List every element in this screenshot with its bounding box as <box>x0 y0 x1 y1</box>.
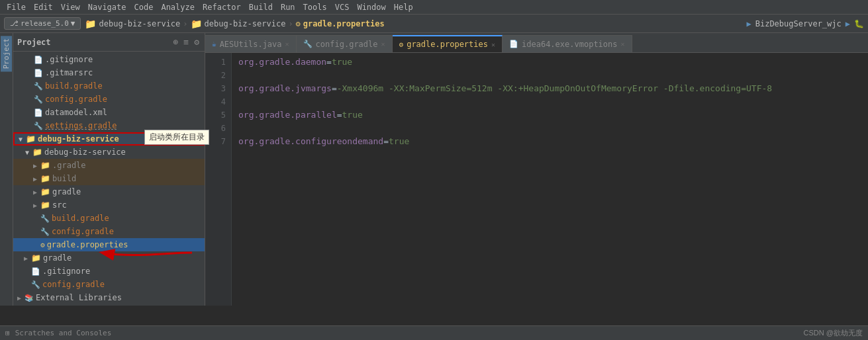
tab-gradle-properties[interactable]: ⚙ gradle.properties ✕ <box>393 35 503 52</box>
file-tree-content: 📄 .gitignore 📄 .gitmarsrc 🔧 build.gradle… <box>13 52 205 306</box>
editor-content: 1 2 3 4 5 6 7 org.gradle.daemon=true org… <box>205 53 868 306</box>
branch-label: release_5.0 <box>21 19 69 28</box>
scratches-label[interactable]: Scratches and Consoles <box>15 329 112 337</box>
tab-vmoptions[interactable]: 📄 idea64.exe.vmoptions ✕ <box>503 35 632 52</box>
properties-icon: ⚙ <box>40 241 45 249</box>
folder-icon-sub: 📁 <box>32 148 42 157</box>
folder-icon-debug-biz: 📁 <box>26 134 36 144</box>
tree-item-build-gradle-root[interactable]: 🔧 build.gradle <box>13 79 205 93</box>
line-num-2: 2 <box>205 69 226 82</box>
tree-item-gradle-sub[interactable]: ▶ 📁 gradle <box>13 185 205 198</box>
breadcrumb-item-1[interactable]: debug-biz-service <box>99 19 180 28</box>
file-tree-actions: ⊕ ≡ ⚙ <box>172 36 201 48</box>
line-num-1: 1 <box>205 56 226 69</box>
project-panel-label[interactable]: Project <box>1 36 12 71</box>
gradle-icon-1: 🔧 <box>34 82 43 91</box>
menu-code[interactable]: Code <box>130 1 158 13</box>
tree-item-settings-gradle[interactable]: 🔧 settings.gradle <box>13 119 205 132</box>
settings-icon[interactable]: ⚙ <box>193 36 201 48</box>
xml-icon: 📄 <box>34 108 43 117</box>
tree-item-config-gradle-bottom[interactable]: 🔧 config.gradle <box>13 278 205 291</box>
tree-item-gradle-hidden[interactable]: ▶ 📁 .gradle <box>13 159 205 172</box>
menu-view[interactable]: View <box>57 1 84 13</box>
toolbar-right: ▶ BizDebugServer_wjc ▶ 🐛 <box>746 19 864 28</box>
collapse-all-icon[interactable]: ≡ <box>182 36 190 48</box>
menu-build[interactable]: Build <box>245 1 277 13</box>
tree-item-build-gradle-sub[interactable]: 🔧 build.gradle <box>13 212 205 225</box>
tree-item-gradle-bottom[interactable]: ▶ 📁 gradle <box>13 251 205 265</box>
folder-icon-build: 📁 <box>40 174 50 183</box>
prop-key-3: org.gradle.jvmargs <box>238 83 332 93</box>
menu-edit[interactable]: Edit <box>30 1 57 13</box>
tree-item-external-libraries[interactable]: ▶ 📚 External Libraries <box>13 291 205 304</box>
breadcrumb-item-2[interactable]: debug-biz-service <box>205 19 286 28</box>
line-num-4: 4 <box>205 95 226 108</box>
tree-label-config-gradle-sub: config.gradle <box>52 227 114 236</box>
prop-key-7: org.gradle.configureondemand <box>238 136 383 146</box>
code-line-6 <box>238 122 861 135</box>
tree-label-build-gradle-sub: build.gradle <box>52 214 109 223</box>
branch-selector[interactable]: ⎇ release_5.0 ▼ <box>4 17 81 30</box>
tab-aesutils[interactable]: ☕ AESUtils.java ✕ <box>205 35 297 52</box>
gradle-icon-bottom: 🔧 <box>31 280 40 289</box>
app-container: File Edit View Navigate Code Analyze Ref… <box>0 0 868 340</box>
tree-item-gitmarsrc[interactable]: 📄 .gitmarsrc <box>13 66 205 79</box>
folder-icon-gradle-sub: 📁 <box>40 187 50 196</box>
file-tree-panel: Project ⊕ ≡ ⚙ 📄 .gitignore 📄 .gitmars <box>13 33 205 306</box>
breadcrumb-item-3[interactable]: gradle.properties <box>303 19 385 28</box>
tree-label-gradle-hidden: .gradle <box>52 161 86 170</box>
tree-item-gitignore[interactable]: 📄 .gitignore <box>13 53 205 66</box>
left-strip: Project <box>0 33 13 306</box>
tree-item-gradle-properties[interactable]: ⚙ gradle.properties <box>13 238 205 251</box>
tree-label-gitignore: .gitignore <box>45 55 93 64</box>
menu-refactor[interactable]: Refactor <box>199 1 245 13</box>
gradle-icon-sub1: 🔧 <box>40 214 50 223</box>
branch-dropdown-icon: ▼ <box>71 19 75 28</box>
tree-item-src[interactable]: ▶ 📁 src <box>13 198 205 212</box>
run-config-label: BizDebugServer_wjc <box>755 19 842 28</box>
tab-label-vmoptions: idea64.exe.vmoptions <box>522 40 618 49</box>
tab-label-gradle-properties: gradle.properties <box>407 40 488 49</box>
prop-key-1: org.gradle.daemon <box>238 57 326 67</box>
tree-item-config-gradle-sub[interactable]: 🔧 config.gradle <box>13 225 205 238</box>
editor-area: ☕ AESUtils.java ✕ 🔧 config.gradle ✕ ⚙ gr… <box>205 33 868 306</box>
tree-item-config-gradle-root[interactable]: 🔧 config.gradle <box>13 93 205 106</box>
tab-close-gradle-properties[interactable]: ✕ <box>491 41 495 48</box>
debug-button[interactable]: 🐛 <box>854 19 864 28</box>
menu-navigate[interactable]: Navigate <box>84 1 130 13</box>
menu-run[interactable]: Run <box>277 1 299 13</box>
code-line-2 <box>238 69 861 82</box>
tree-label-datamodel: datamodel.xml <box>45 108 107 117</box>
menu-window[interactable]: Window <box>353 1 389 13</box>
locate-file-icon[interactable]: ⊕ <box>172 36 180 48</box>
line-num-6: 6 <box>205 122 226 135</box>
menu-tools[interactable]: Tools <box>299 1 331 13</box>
tab-config-gradle[interactable]: 🔧 config.gradle ✕ <box>297 35 393 52</box>
tree-item-datamodel[interactable]: 📄 datamodel.xml <box>13 106 205 119</box>
tab-close-aesutils[interactable]: ✕ <box>285 40 289 48</box>
menu-help[interactable]: Help <box>390 1 417 13</box>
menu-vcs[interactable]: VCS <box>331 1 354 13</box>
tab-close-vmoptions[interactable]: ✕ <box>621 40 625 48</box>
status-bar-right: CSDN @欲劫无度 <box>804 328 863 338</box>
java-icon: ☕ <box>212 40 217 48</box>
tree-label-src: src <box>52 200 67 210</box>
tree-item-debug-biz-service-sub[interactable]: ▼ 📁 debug-biz-service <box>13 146 205 159</box>
status-bar: ⊞ Scratches and Consoles CSDN @欲劫无度 <box>0 325 868 340</box>
menu-analyze[interactable]: Analyze <box>157 1 199 13</box>
tree-label-gitignore-bottom: .gitignore <box>42 267 90 276</box>
tree-item-gitignore-bottom[interactable]: 📄 .gitignore <box>13 265 205 278</box>
prop-key-5: org.gradle.parallel <box>238 110 337 120</box>
code-content[interactable]: org.gradle.daemon=true org.gradle.jvmarg… <box>232 53 868 306</box>
menu-file[interactable]: File <box>3 1 30 13</box>
run-button[interactable]: ▶ <box>845 19 850 28</box>
library-icon: 📚 <box>24 294 34 302</box>
tree-label-settings-gradle: settings.gradle <box>45 121 117 130</box>
tree-item-build[interactable]: ▶ 📁 build <box>13 172 205 185</box>
gradle-icon-sub2: 🔧 <box>40 228 50 236</box>
tree-item-debug-biz-service-root[interactable]: ▼ 📁 debug-biz-service <box>13 132 205 146</box>
config-tab-icon: 📄 <box>509 40 518 48</box>
prop-val-5: true <box>342 110 363 120</box>
folder-icon-src: 📁 <box>40 200 50 210</box>
tab-close-config-gradle[interactable]: ✕ <box>381 40 385 48</box>
